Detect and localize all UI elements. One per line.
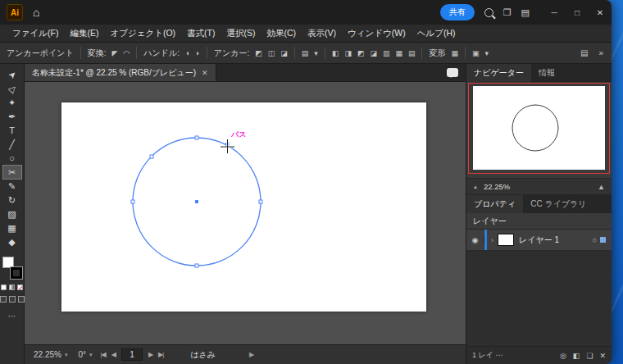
tab-info[interactable]: 情報 — [531, 64, 562, 82]
layers-panel-header[interactable]: レイヤー — [466, 213, 612, 230]
mesh-tool[interactable]: ▦ — [3, 221, 21, 234]
first-artboard-button[interactable]: |◀ — [101, 351, 106, 358]
visibility-eye-icon[interactable]: ◉ — [466, 236, 484, 244]
navigator-zoom-value[interactable]: 22.25% — [484, 182, 510, 191]
arrange-documents-icon[interactable]: ❐ — [503, 7, 512, 18]
menu-type[interactable]: 書式(T) — [181, 28, 221, 39]
line-segment-tool[interactable]: ╱ — [3, 138, 21, 151]
zoom-out-icon[interactable]: ▲ — [473, 184, 478, 189]
convert-to-smooth-icon[interactable]: ◠ — [121, 48, 131, 59]
layer-target-icon[interactable]: ○ — [593, 236, 600, 244]
more-options-caret-icon[interactable]: ▾ — [484, 48, 491, 59]
locate-object-icon[interactable]: ◎ — [560, 352, 566, 360]
presets-caret-icon[interactable]: ▾ — [312, 48, 320, 59]
handles-label: ハンドル: — [143, 48, 180, 59]
next-artboard-button[interactable]: ▶ — [148, 351, 152, 358]
previous-artboard-button[interactable]: ◀ — [111, 351, 116, 358]
scissors-tool[interactable]: ✂ — [3, 166, 21, 179]
type-tool[interactable]: T — [3, 124, 21, 137]
remove-anchor-icon[interactable]: ◫ — [266, 48, 277, 59]
menu-effect[interactable]: 効果(C) — [261, 28, 302, 39]
distribute-spacing-icon[interactable]: ▤ — [407, 48, 417, 59]
add-anchor-icon[interactable]: ◩ — [253, 48, 264, 59]
close-button[interactable]: ✕ — [589, 0, 612, 25]
tab-cc-libraries[interactable]: CC ライブラリ — [523, 195, 593, 213]
edit-toolbar-icon[interactable]: ⋯ — [8, 312, 16, 321]
illustrator-app-icon[interactable]: Ai — [7, 4, 23, 20]
expand-chevron-icon[interactable]: › — [487, 236, 498, 244]
rotation-select[interactable]: 0° ▾ — [75, 348, 94, 361]
transform-grid-icon[interactable]: ▦ — [449, 48, 460, 59]
maximize-button[interactable]: □ — [566, 0, 589, 25]
align-left-icon[interactable]: ◧ — [330, 48, 341, 59]
comment-icon[interactable] — [447, 68, 458, 77]
navigator-preview[interactable] — [466, 82, 612, 179]
divider — [294, 47, 295, 59]
last-artboard-button[interactable]: ▶| — [158, 351, 163, 358]
canvas-area[interactable]: パス — [25, 82, 466, 344]
pen-tool[interactable]: ✒ — [3, 110, 21, 123]
status-expand-icon[interactable]: ▶ — [249, 351, 254, 358]
panel-list-icon[interactable]: ▤ — [579, 47, 589, 59]
navigator-view-box[interactable] — [468, 83, 610, 174]
convert-to-corner-icon[interactable]: ◤ — [110, 48, 119, 59]
document-tab-close-icon[interactable]: ✕ — [202, 69, 208, 77]
menu-file[interactable]: ファイル(F) — [7, 28, 64, 39]
draw-behind-icon[interactable] — [9, 296, 16, 303]
color-icon[interactable] — [1, 284, 7, 290]
search-icon[interactable] — [484, 8, 493, 17]
home-icon[interactable]: ⌂ — [33, 6, 39, 19]
new-layer-icon[interactable]: ❏ — [586, 352, 593, 360]
rotate-tool[interactable]: ↻ — [3, 193, 21, 207]
hide-handles-icon[interactable]: ◗ — [193, 48, 201, 59]
tab-navigator[interactable]: ナビゲーター — [466, 64, 531, 82]
align-top-icon[interactable]: ◪ — [368, 48, 379, 59]
menu-select[interactable]: 選択(S) — [221, 28, 261, 39]
menu-object[interactable]: オブジェクト(O) — [104, 28, 181, 39]
distribute-h-icon[interactable]: ▥ — [381, 48, 392, 59]
pencil-tool[interactable]: ✎ — [3, 180, 21, 193]
gradient-icon[interactable] — [9, 284, 15, 290]
delete-layer-icon[interactable]: ✕ — [599, 352, 606, 360]
distribute-v-icon[interactable]: ▦ — [393, 48, 404, 59]
stroke-swatch[interactable] — [11, 267, 22, 279]
divider — [80, 47, 81, 59]
anchors-label: アンカー: — [214, 48, 249, 59]
tab-properties[interactable]: プロパティ — [466, 195, 523, 213]
ellipse-tool[interactable]: ○ — [3, 152, 21, 165]
transform-label[interactable]: 変形 — [429, 48, 445, 59]
zoom-in-icon[interactable]: ▲ — [598, 183, 605, 191]
collapse-panels-icon[interactable]: » — [597, 47, 605, 59]
minimize-button[interactable]: ─ — [543, 0, 566, 25]
none-icon[interactable] — [17, 284, 23, 290]
layer-row[interactable]: ◉ › レイヤー 1 ○ — [466, 230, 612, 251]
right-panel-dock: ナビゲーター 情報 ▲ 22.25% ▲ プロパティ — [466, 64, 612, 364]
layer-thumbnail[interactable] — [498, 234, 514, 246]
selected-art-indicator[interactable] — [600, 237, 606, 243]
zoom-level-select[interactable]: 22.25% ▾ — [31, 348, 70, 361]
document-tab[interactable]: 名称未設定-1* @ 22.25 % (RGB/プレビュー) ✕ — [25, 64, 216, 81]
fill-stroke-swatches[interactable] — [2, 257, 22, 279]
draw-normal-icon[interactable] — [0, 296, 7, 303]
menu-window[interactable]: ウィンドウ(W) — [342, 28, 412, 39]
fill-swatch[interactable] — [2, 257, 14, 268]
layer-name[interactable]: レイヤー 1 — [519, 234, 559, 246]
align-center-icon[interactable]: ◨ — [343, 48, 353, 59]
show-handles-icon[interactable]: ◖ — [184, 48, 191, 59]
share-button[interactable]: 共有 — [440, 4, 475, 20]
presets-icon[interactable]: ▤ — [300, 48, 311, 59]
menu-help[interactable]: ヘルプ(H) — [412, 28, 462, 39]
workspace-switcher-icon[interactable]: ▤ — [521, 7, 530, 18]
draw-inside-icon[interactable] — [18, 296, 25, 303]
gradient-tool[interactable]: ▨ — [3, 207, 21, 221]
align-right-icon[interactable]: ◩ — [356, 48, 366, 59]
divider — [421, 47, 422, 59]
clipping-mask-icon[interactable]: ◧ — [573, 352, 580, 360]
menu-view[interactable]: 表示(V) — [302, 28, 342, 39]
window-controls: ─ □ ✕ — [543, 0, 612, 25]
menu-edit[interactable]: 編集(E) — [64, 28, 104, 39]
cut-path-icon[interactable]: ◪ — [279, 48, 289, 59]
artboard-number-input[interactable] — [121, 348, 143, 361]
eyedropper-tool[interactable]: ◆ — [3, 235, 21, 248]
isolate-icon[interactable]: ▣ — [471, 48, 481, 59]
